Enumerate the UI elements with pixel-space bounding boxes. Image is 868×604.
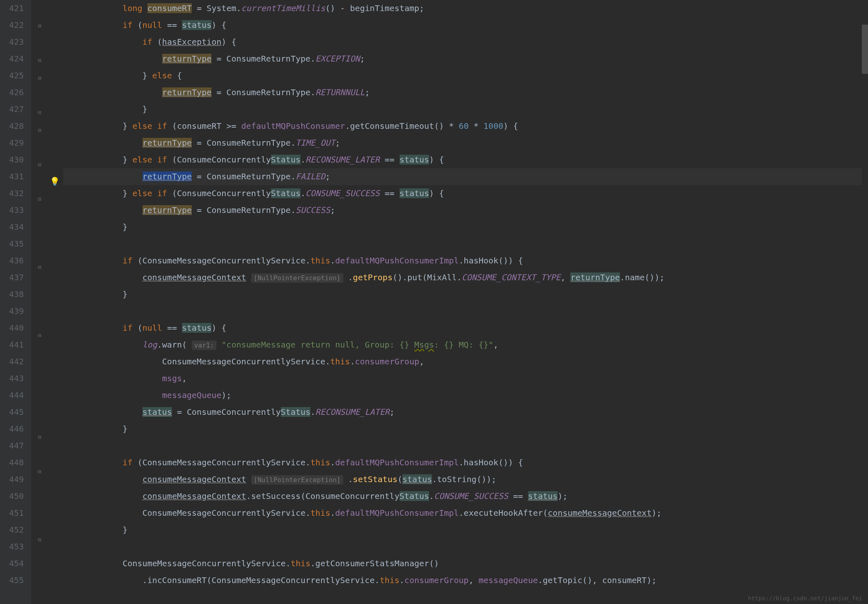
code-line[interactable]: .incConsumeRT(ConsumeMessageConcurrently… bbox=[63, 572, 862, 589]
fold-row[interactable]: ⊟ bbox=[31, 258, 63, 276]
fold-collapse-icon[interactable]: ⊟ bbox=[31, 191, 63, 208]
vertical-scrollbar[interactable] bbox=[862, 0, 868, 604]
code-line[interactable]: returnType = ConsumeReturnType.SUCCESS; bbox=[63, 202, 862, 219]
code-line[interactable]: ConsumeMessageConcurrentlyService.this.g… bbox=[63, 555, 862, 572]
fold-row[interactable] bbox=[31, 208, 63, 224]
code-line[interactable]: msgs, bbox=[63, 370, 862, 387]
fold-row[interactable] bbox=[31, 565, 63, 582]
fold-row[interactable] bbox=[31, 480, 63, 497]
fold-row[interactable]: ⊟ bbox=[31, 69, 63, 87]
line-number[interactable]: 427 bbox=[0, 101, 24, 118]
fold-collapse-icon[interactable]: ⊟ bbox=[31, 531, 63, 548]
fold-row[interactable] bbox=[31, 582, 63, 599]
line-number[interactable]: 440 bbox=[0, 320, 24, 336]
code-line[interactable]: ConsumeMessageConcurrentlyService.this.c… bbox=[63, 353, 862, 370]
line-number[interactable]: 428 bbox=[0, 118, 24, 135]
line-number[interactable]: 452 bbox=[0, 522, 24, 538]
fold-row[interactable]: ⊟ bbox=[31, 156, 63, 173]
line-number[interactable]: 450 bbox=[0, 488, 24, 505]
intention-bulb-icon[interactable]: 💡 bbox=[31, 173, 63, 190]
fold-row[interactable]: ⊟ bbox=[31, 190, 63, 208]
code-line[interactable] bbox=[63, 303, 862, 320]
line-number[interactable]: 424 bbox=[0, 50, 24, 67]
line-number[interactable]: 453 bbox=[0, 538, 24, 555]
fold-collapse-icon[interactable]: ⊟ bbox=[31, 18, 63, 34]
fold-row[interactable] bbox=[31, 276, 63, 293]
code-line[interactable]: returnType = ConsumeReturnType.RETURNNUL… bbox=[63, 84, 862, 101]
line-number[interactable]: 429 bbox=[0, 135, 24, 151]
fold-collapse-icon[interactable]: ⊟ bbox=[31, 156, 63, 173]
line-number[interactable]: 426 bbox=[0, 84, 24, 101]
fold-row[interactable]: ⊟ bbox=[31, 326, 63, 344]
fold-row[interactable]: ⊟ bbox=[31, 17, 63, 34]
line-number[interactable]: 446 bbox=[0, 421, 24, 437]
line-number[interactable]: 425 bbox=[0, 67, 24, 84]
fold-row[interactable] bbox=[31, 394, 63, 411]
line-number[interactable]: 443 bbox=[0, 370, 24, 387]
code-line[interactable]: returnType = ConsumeReturnType.TIME_OUT; bbox=[63, 135, 862, 151]
code-line[interactable]: } else if (ConsumeConcurrentlyStatus.CON… bbox=[63, 185, 862, 202]
line-number[interactable]: 422 bbox=[0, 17, 24, 34]
fold-row[interactable] bbox=[31, 309, 63, 326]
fold-row[interactable] bbox=[31, 344, 63, 361]
fold-gutter[interactable]: ⊟ ⊟⊟ ⊟⊟ ⊟💡⊟ ⊟ ⊟ ⊟ ⊟ ⊟ bbox=[31, 0, 63, 604]
code-line[interactable]: if (null == status) { bbox=[63, 320, 862, 336]
line-number[interactable]: 445 bbox=[0, 404, 24, 421]
line-number[interactable]: 444 bbox=[0, 387, 24, 404]
line-number[interactable]: 436 bbox=[0, 252, 24, 269]
fold-row[interactable] bbox=[31, 241, 63, 258]
fold-collapse-icon[interactable]: ⊟ bbox=[31, 104, 63, 121]
fold-row[interactable] bbox=[31, 361, 63, 378]
line-number[interactable]: 442 bbox=[0, 353, 24, 370]
code-line[interactable] bbox=[63, 236, 862, 252]
line-number[interactable]: 423 bbox=[0, 34, 24, 50]
code-line[interactable]: } bbox=[63, 522, 862, 538]
code-line[interactable]: } else { bbox=[63, 67, 862, 84]
fold-row[interactable] bbox=[31, 378, 63, 394]
fold-row[interactable] bbox=[31, 411, 63, 428]
fold-row[interactable] bbox=[31, 87, 63, 103]
fold-collapse-icon[interactable]: ⊟ bbox=[31, 429, 63, 446]
line-number[interactable]: 454 bbox=[0, 555, 24, 572]
line-number[interactable]: 451 bbox=[0, 505, 24, 522]
code-line[interactable]: long consumeRT = System.currentTimeMilli… bbox=[63, 0, 862, 17]
code-line[interactable]: returnType = ConsumeReturnType.FAILED; bbox=[63, 168, 862, 185]
line-number[interactable]: 449 bbox=[0, 471, 24, 488]
code-line[interactable]: if (ConsumeMessageConcurrentlyService.th… bbox=[63, 454, 862, 471]
code-editor[interactable]: 4214224234244254264274284294304314324334… bbox=[0, 0, 868, 604]
fold-collapse-icon[interactable]: ⊟ bbox=[31, 122, 63, 139]
line-number[interactable]: 438 bbox=[0, 286, 24, 303]
line-number[interactable]: 437 bbox=[0, 269, 24, 286]
fold-row[interactable] bbox=[31, 139, 63, 156]
fold-row[interactable] bbox=[31, 514, 63, 531]
fold-row[interactable] bbox=[31, 0, 63, 17]
fold-row[interactable] bbox=[31, 293, 63, 309]
code-line[interactable]: } bbox=[63, 219, 862, 236]
code-line[interactable] bbox=[63, 538, 862, 555]
code-line[interactable]: status = ConsumeConcurrentlyStatus.RECON… bbox=[63, 404, 862, 421]
code-line[interactable]: if (hasException) { bbox=[63, 34, 862, 50]
line-number-gutter[interactable]: 4214224234244254264274284294304314324334… bbox=[0, 0, 31, 604]
line-number[interactable]: 441 bbox=[0, 336, 24, 353]
line-number[interactable]: 433 bbox=[0, 202, 24, 219]
fold-row[interactable]: ⊟ bbox=[31, 428, 63, 446]
code-line[interactable]: consumeMessageContext [NullPointerExcept… bbox=[63, 269, 862, 286]
line-number[interactable]: 431 bbox=[0, 168, 24, 185]
fold-collapse-icon[interactable]: ⊟ bbox=[31, 327, 63, 344]
fold-row[interactable]: ⊟ bbox=[31, 51, 63, 69]
line-number[interactable]: 435 bbox=[0, 236, 24, 252]
code-line[interactable]: returnType = ConsumeReturnType.EXCEPTION… bbox=[63, 50, 862, 67]
code-line[interactable]: consumeMessageContext [NullPointerExcept… bbox=[63, 471, 862, 488]
fold-row[interactable]: ⊟ bbox=[31, 103, 63, 121]
scroll-thumb[interactable] bbox=[862, 25, 868, 74]
line-number[interactable]: 448 bbox=[0, 454, 24, 471]
code-line[interactable]: } bbox=[63, 286, 862, 303]
fold-collapse-icon[interactable]: ⊟ bbox=[31, 259, 63, 276]
line-number[interactable]: 455 bbox=[0, 572, 24, 589]
code-line[interactable]: } else if (ConsumeConcurrentlyStatus.REC… bbox=[63, 151, 862, 168]
line-number[interactable]: 430 bbox=[0, 151, 24, 168]
fold-row[interactable]: 💡 bbox=[31, 173, 63, 190]
code-line[interactable]: if (ConsumeMessageConcurrentlyService.th… bbox=[63, 252, 862, 269]
fold-row[interactable] bbox=[31, 548, 63, 565]
line-number[interactable]: 432 bbox=[0, 185, 24, 202]
